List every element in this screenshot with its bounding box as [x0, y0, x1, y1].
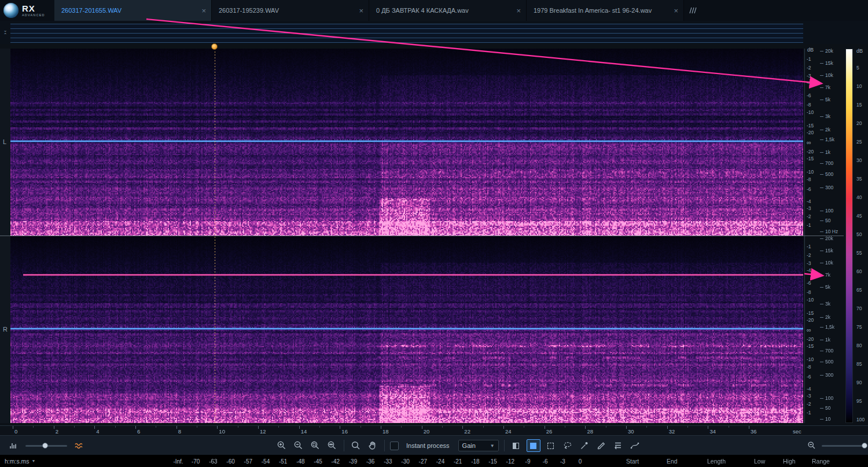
- time-format-selector[interactable]: h:m:s.ms ▼: [5, 455, 36, 467]
- blend-slider-knob[interactable]: [42, 443, 48, 448]
- time-frequency-selection-icon: [530, 443, 536, 449]
- zoom-out-small-icon[interactable]: [806, 440, 818, 451]
- freq-label: 3k: [820, 301, 830, 307]
- freq-label-text: 10: [825, 416, 830, 422]
- freq-label: 20k: [820, 236, 833, 241]
- spectrogram-color-scale[interactable]: [845, 49, 853, 423]
- hand-tool-icon[interactable]: [366, 440, 379, 451]
- amp-db-label: -20: [807, 149, 814, 155]
- zoom-slider[interactable]: [822, 445, 867, 447]
- overview-row[interactable]: [10, 38, 803, 43]
- overview-row[interactable]: [10, 24, 803, 28]
- amp-db-label: -8: [807, 289, 811, 295]
- brush-selection-icon[interactable]: [595, 440, 608, 451]
- display-blend-group: [7, 436, 86, 455]
- ruler-minor-tick: [361, 426, 361, 428]
- lasso-selection-icon[interactable]: [561, 440, 574, 451]
- process-select-value: Gain: [462, 442, 476, 449]
- freq-label: 7k: [820, 272, 830, 278]
- toolbar-separator: [384, 440, 385, 451]
- blend-slider[interactable]: [25, 445, 67, 447]
- legend-db-label: 55: [856, 250, 862, 256]
- amp-db-label: -15: [807, 123, 814, 128]
- tab-close-icon[interactable]: ×: [201, 6, 206, 15]
- playhead-marker[interactable]: [211, 43, 218, 50]
- freq-label: 10 Hz: [820, 229, 838, 234]
- zoom-reset-icon[interactable]: [326, 440, 339, 451]
- overview-row[interactable]: [10, 28, 803, 33]
- file-tab[interactable]: 0 ДБ ЗАВТРАК 4 КАСКАДА.wav×: [369, 0, 527, 21]
- freq-label: 5k: [820, 284, 830, 290]
- tab-close-icon[interactable]: ×: [516, 6, 521, 15]
- chevron-down-icon: ⌄: [3, 28, 8, 32]
- ruler-tick: [462, 426, 463, 429]
- time-ruler[interactable]: 024681012141618202224262830323436sec: [0, 425, 868, 436]
- channel-label-left: L: [3, 138, 6, 145]
- ruler-minor-tick: [115, 426, 116, 428]
- toolbar: Instant process Gain ▼: [0, 435, 868, 455]
- ruler-tick: [217, 426, 218, 429]
- amp-db-label: -4: [807, 386, 811, 392]
- freq-label-text: 3k: [825, 113, 830, 119]
- tick-mark: [820, 75, 823, 76]
- freq-label: 15k: [820, 248, 833, 253]
- amp-db-label: -3: [807, 205, 811, 211]
- legend-db-label: 85: [856, 361, 862, 367]
- tick-mark: [820, 187, 823, 188]
- file-tab[interactable]: 260317-195239.WAV×: [212, 0, 369, 21]
- collapse-overview-icon[interactable]: ⌄ ⌃: [1, 24, 10, 41]
- freq-label-text: 700: [825, 160, 833, 166]
- magnify-tool-icon[interactable]: [350, 440, 362, 451]
- meter-db-label: -33: [384, 458, 392, 464]
- draw-curve-icon[interactable]: [628, 440, 641, 451]
- tab-close-icon[interactable]: ×: [359, 6, 363, 15]
- file-tab[interactable]: 1979 Breakfast In America- st1 96-24.wav…: [527, 0, 684, 21]
- chevron-down-icon: ▼: [490, 443, 495, 448]
- channel-divider[interactable]: [0, 236, 844, 236]
- tick-mark: [820, 327, 823, 328]
- legend-db-label: 80: [856, 343, 862, 348]
- zoom-in-icon[interactable]: [275, 440, 288, 451]
- frequency-selection-tool[interactable]: [545, 440, 557, 451]
- meter-db-label: -6: [543, 458, 548, 464]
- ruler-minor-tick: [238, 426, 238, 428]
- ruler-minor-tick: [565, 426, 565, 428]
- overview-strip[interactable]: ⌄ ⌃: [0, 21, 868, 44]
- amp-db-label: -4: [807, 267, 811, 273]
- ruler-tick: [54, 426, 54, 429]
- process-select[interactable]: Gain ▼: [458, 440, 499, 451]
- file-tab[interactable]: 260317-201655.WAV×: [54, 0, 212, 21]
- freq-label: 500: [820, 359, 833, 365]
- waveform-spectrogram-blend-icon[interactable]: [7, 440, 20, 451]
- time-selection-tool[interactable]: [510, 440, 523, 451]
- tab-close-icon[interactable]: ×: [674, 6, 678, 15]
- tick-mark: [820, 263, 823, 263]
- chevron-up-icon: ⌃: [3, 33, 8, 37]
- instant-process-checkbox[interactable]: [390, 442, 399, 450]
- overview-row[interactable]: [10, 33, 803, 38]
- overview-rows: [10, 24, 803, 43]
- magic-wand-icon[interactable]: [578, 440, 591, 451]
- spectrogram-settings-icon[interactable]: [73, 440, 86, 451]
- zoom-slider-knob[interactable]: [862, 443, 867, 448]
- ruler-minor-tick: [524, 426, 524, 428]
- tab-overflow-icon[interactable]: [684, 0, 703, 21]
- amp-db-label: -8: [807, 364, 811, 370]
- harmonic-selection-icon[interactable]: [612, 440, 624, 451]
- freq-label-text: 2k: [825, 314, 830, 320]
- legend-db-label: 5: [856, 65, 859, 71]
- tab-label: 0 ДБ ЗАВТРАК 4 КАСКАДА.wav: [376, 7, 511, 14]
- zoom-selection-icon[interactable]: [309, 440, 322, 451]
- ruler-label: 26: [546, 428, 553, 435]
- freq-label: 7k: [820, 84, 830, 90]
- ruler-unit: sec: [793, 428, 801, 435]
- status-field-label: High: [783, 458, 796, 465]
- freq-label-text: 500: [825, 171, 833, 177]
- time-frequency-selection-tool[interactable]: [527, 439, 540, 452]
- ruler-tick: [299, 426, 300, 429]
- legend-db-label: 45: [856, 213, 862, 219]
- zoom-out-icon[interactable]: [292, 440, 305, 451]
- freq-label-text: 5k: [825, 97, 830, 102]
- freq-label-text: 50: [825, 405, 830, 411]
- tool-group: Instant process Gain ▼: [275, 436, 641, 455]
